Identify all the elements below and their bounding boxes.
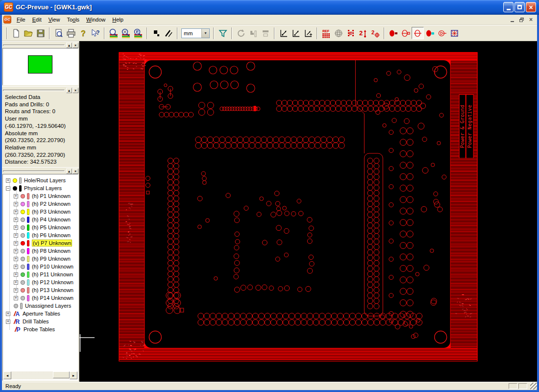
expand-icon[interactable]: + <box>14 249 18 253</box>
expand-icon[interactable]: + <box>14 241 18 245</box>
menu-edit[interactable]: Edit <box>29 16 45 24</box>
units-select[interactable]: mm ▼ <box>181 28 210 38</box>
layer-visibility-dot[interactable] <box>21 210 25 214</box>
expand-icon[interactable]: + <box>14 225 18 230</box>
clear-view-button[interactable] <box>448 27 461 39</box>
sphere-button[interactable] <box>332 27 344 39</box>
layer-visibility-dot[interactable] <box>21 265 25 269</box>
layer-visibility-dot[interactable] <box>21 296 25 300</box>
tree-item-h-p4-unknown[interactable]: +(h) P4 Unknown <box>3 216 78 223</box>
layer-visibility-dot[interactable] <box>21 241 25 245</box>
flip-vertical-button[interactable] <box>259 27 271 39</box>
mdi-minimize-button[interactable] <box>508 16 516 24</box>
tree-item-h-p1-unknown[interactable]: +(h) P1 Unknown <box>3 192 78 200</box>
resize-grip[interactable] <box>530 383 537 390</box>
panel-collapse-button[interactable]: ▴ <box>66 169 72 174</box>
expand-icon[interactable]: + <box>14 296 18 300</box>
layer-visibility-dot[interactable] <box>21 249 25 253</box>
layer-visibility-dot[interactable] <box>21 194 25 198</box>
tree-item-h-p10-unknown[interactable]: +(h) P10 Unknown <box>3 263 78 270</box>
tree-item-h-p6-unknown[interactable]: +(h) P6 Unknown <box>3 231 78 239</box>
layer-color-bar[interactable] <box>19 185 22 192</box>
expand-icon[interactable]: + <box>6 319 10 324</box>
tree-item-v-p7-unknown[interactable]: +(v) P7 Unknown <box>3 239 78 247</box>
layer-color-bar[interactable] <box>27 248 29 254</box>
pads-filled-button[interactable] <box>387 27 399 39</box>
overview-view[interactable] <box>2 48 78 85</box>
layer-visibility-dot[interactable] <box>13 186 17 191</box>
measure-delta-button[interactable] <box>290 27 302 39</box>
layer-visibility-dot[interactable] <box>21 233 25 238</box>
trace-mode-button[interactable] <box>162 27 174 39</box>
tree-item-physical-layers[interactable]: −Physical Layers <box>3 184 78 192</box>
scroll-right-button[interactable]: ► <box>70 371 77 379</box>
layer-color-bar[interactable] <box>27 240 29 246</box>
layer-color-bar[interactable] <box>27 224 29 231</box>
pcb-canvas[interactable]: Power & GroundPower Negative <box>79 41 537 382</box>
dcode-display-button[interactable] <box>436 27 448 39</box>
document-icon[interactable]: GC <box>3 16 11 24</box>
menu-file[interactable]: File <box>13 16 29 24</box>
tree-item-h-p13-unknown[interactable]: +(h) P13 Unknown <box>3 286 78 294</box>
scroll-track[interactable] <box>11 371 70 379</box>
help-button[interactable]: ? <box>77 27 89 39</box>
units-dropdown-icon[interactable]: ▼ <box>201 29 209 38</box>
collapse-icon[interactable]: − <box>6 186 10 191</box>
layer-color-bar[interactable] <box>27 279 29 286</box>
panel-close-button[interactable]: × <box>73 43 78 48</box>
tree-horizontal-scrollbar[interactable]: ◄ ► <box>3 371 77 379</box>
print-button[interactable] <box>65 27 77 39</box>
title-bar[interactable]: GC GC-Prevue - [GWK1.gwk] × <box>0 0 539 15</box>
layer-visibility-dot[interactable] <box>21 257 25 261</box>
scroll-left-button[interactable]: ◄ <box>3 371 11 379</box>
add-target-button[interactable]: 2 <box>369 27 381 39</box>
layer-color-bar[interactable] <box>27 193 29 199</box>
layer-visibility-dot[interactable] <box>21 218 25 222</box>
panel-close-button[interactable]: × <box>73 88 78 93</box>
layer-color-bar[interactable] <box>27 287 29 294</box>
new-button[interactable] <box>10 27 22 39</box>
layer-color-bar[interactable] <box>27 256 29 262</box>
zoom-extents-button[interactable]: E <box>132 27 144 39</box>
layer-visibility-dot[interactable] <box>21 288 25 293</box>
layer-visibility-dot[interactable] <box>21 225 25 230</box>
mdi-restore-button[interactable] <box>517 16 526 24</box>
pads-outline-button[interactable] <box>399 27 412 39</box>
expand-icon[interactable]: + <box>14 272 18 277</box>
expand-icon[interactable]: + <box>6 178 10 183</box>
filter-button[interactable] <box>217 27 229 39</box>
measure-add-button[interactable] <box>302 27 314 39</box>
expand-icon[interactable]: + <box>14 218 18 222</box>
layer-visibility-dot[interactable] <box>21 202 25 206</box>
tree-item-hole-rout-layers[interactable]: +Hole/Rout Layers <box>3 176 78 184</box>
layer-color-bar[interactable] <box>27 295 29 301</box>
layer-color-bar[interactable] <box>27 232 29 239</box>
measure-point-button[interactable] <box>277 27 290 39</box>
tree-panel-header[interactable]: ▴ × <box>2 168 79 174</box>
layer-visibility-dot[interactable] <box>21 272 25 277</box>
layer-color-bar[interactable] <box>27 264 29 270</box>
expand-icon[interactable]: + <box>6 312 10 316</box>
tree-item-h-p8-unknown[interactable]: +(h) P8 Unknown <box>3 247 78 255</box>
pad-mode-button[interactable] <box>150 27 162 39</box>
expand-icon[interactable]: + <box>14 202 18 206</box>
context-help-button[interactable]: ? <box>89 27 101 39</box>
layer-visibility-dot[interactable] <box>13 178 17 183</box>
pads-filled-alt-button[interactable] <box>424 27 436 39</box>
ref-frame-button[interactable]: REF <box>320 27 332 39</box>
panel-grip[interactable] <box>3 45 65 46</box>
print-preview-button[interactable] <box>52 27 65 39</box>
flip-horizontal-button[interactable] <box>247 27 259 39</box>
layer-visibility-dot[interactable] <box>21 280 25 285</box>
renumber-button[interactable]: 2 <box>357 27 369 39</box>
tree-item-probe-tables[interactable]: PProbe Tables <box>3 325 78 333</box>
layer-color-bar[interactable] <box>19 177 22 184</box>
expand-icon[interactable]: + <box>14 265 18 269</box>
tree-item-h-p3-unknown[interactable]: +(h) P3 Unknown <box>3 208 78 216</box>
tree-item-h-p9-unknown[interactable]: +(h) P9 Unknown <box>3 255 78 263</box>
save-button[interactable] <box>34 27 47 39</box>
rotate-button[interactable] <box>235 27 247 39</box>
panel-collapse-button[interactable]: ▴ <box>66 43 72 48</box>
panel-grip[interactable] <box>3 90 65 91</box>
tree-item-h-p2-unknown[interactable]: +(h) P2 Unknown <box>3 200 78 208</box>
